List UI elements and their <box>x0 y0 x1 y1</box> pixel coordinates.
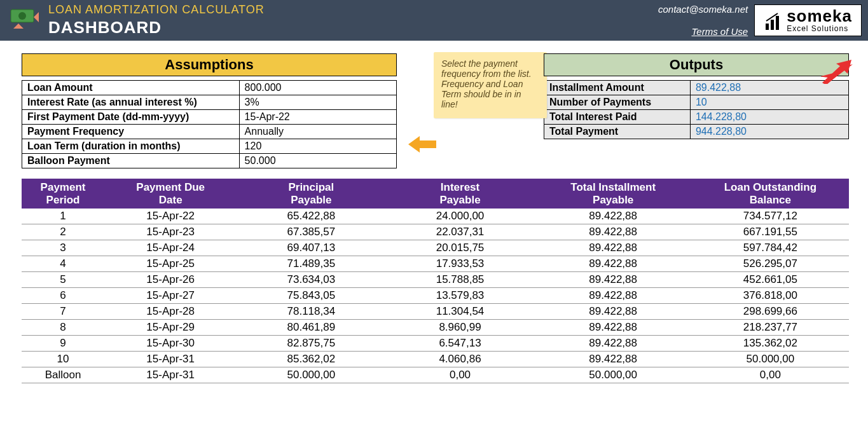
col-header-interest: InterestPayable <box>385 179 534 209</box>
help-note: Select the payment frequency from the li… <box>434 52 547 118</box>
svg-rect-3 <box>771 20 774 30</box>
assumptions-row: First Payment Date (dd-mm-yyyy)15-Apr-22 <box>22 110 397 125</box>
cell-period: 4 <box>22 256 104 272</box>
cell-interest: 20.015,75 <box>385 240 534 256</box>
assumption-value[interactable]: 3% <box>239 95 396 110</box>
logo-icon <box>764 10 782 32</box>
assumption-label: Payment Frequency <box>22 125 240 139</box>
cell-principal: 71.489,35 <box>237 256 385 272</box>
cell-balance: 0,00 <box>692 367 849 383</box>
cell-balance: 135.362,02 <box>692 336 849 352</box>
cell-date: 15-Apr-27 <box>104 288 237 304</box>
cell-interest: 15.788,85 <box>385 272 534 288</box>
cell-total: 89.422,88 <box>535 288 692 304</box>
cell-principal: 82.875,75 <box>237 336 385 352</box>
col-header-date: Payment DueDate <box>104 179 237 209</box>
cell-balance: 526.295,07 <box>692 256 849 272</box>
assumptions-row: Loan Amount800.000 <box>22 81 397 95</box>
assumptions-row: Loan Term (duration in months)120 <box>22 139 397 154</box>
cell-date: 15-Apr-31 <box>104 352 237 367</box>
outputs-row: Number of Payments10 <box>544 95 849 110</box>
output-value: 10 <box>690 95 848 110</box>
cell-period: 8 <box>22 320 104 336</box>
output-label: Number of Payments <box>544 95 691 110</box>
contact-email[interactable]: contact@someka.net <box>658 4 748 15</box>
outputs-panel: Outputs Installment Amount89.422,88Numbe… <box>544 53 849 139</box>
cell-period: 6 <box>22 288 104 304</box>
col-header-principal: PrincipalPayable <box>237 179 385 209</box>
cell-date: 15-Apr-24 <box>104 240 237 256</box>
schedule-row: 615-Apr-2775.843,0513.579,8389.422,88376… <box>22 288 849 304</box>
cell-total: 50.000,00 <box>535 367 692 383</box>
assumption-value[interactable]: 15-Apr-22 <box>239 110 396 125</box>
assumptions-row: Payment FrequencyAnnually <box>22 125 397 139</box>
schedule-row: 1015-Apr-3185.362,024.060,8689.422,8850.… <box>22 352 849 367</box>
cell-total: 89.422,88 <box>535 256 692 272</box>
arrow-red-icon <box>821 60 853 86</box>
cell-total: 89.422,88 <box>535 209 692 224</box>
assumption-label: Interest Rate (as annual interest %) <box>22 95 240 110</box>
cell-date: 15-Apr-23 <box>104 224 237 240</box>
assumption-label: Loan Term (duration in months) <box>22 139 240 154</box>
cell-period: 2 <box>22 224 104 240</box>
svg-point-1 <box>18 12 26 20</box>
arrow-left-icon <box>408 135 436 156</box>
cell-interest: 0,00 <box>385 367 534 383</box>
cell-date: 15-Apr-31 <box>104 367 237 383</box>
outputs-row: Installment Amount89.422,88 <box>544 81 849 95</box>
schedule-row: 815-Apr-2980.461,898.960,9989.422,88218.… <box>22 320 849 336</box>
cell-principal: 80.461,89 <box>237 320 385 336</box>
cell-period: 3 <box>22 240 104 256</box>
schedule-row: Balloon15-Apr-3150.000,000,0050.000,000,… <box>22 367 849 383</box>
schedule-panel: PaymentPeriod Payment DueDate PrincipalP… <box>22 179 849 383</box>
cell-period: 5 <box>22 272 104 288</box>
assumption-label: Loan Amount <box>22 81 240 95</box>
cell-balance: 734.577,12 <box>692 209 849 224</box>
svg-rect-2 <box>766 24 769 30</box>
money-icon <box>4 3 48 38</box>
logo-tagline: Excel Solutions <box>787 24 852 33</box>
cell-principal: 73.634,03 <box>237 272 385 288</box>
cell-principal: 67.385,57 <box>237 224 385 240</box>
cell-date: 15-Apr-29 <box>104 320 237 336</box>
app-title: LOAN AMORTIZATION CALCULATOR <box>48 3 658 17</box>
assumptions-table: Loan Amount800.000Interest Rate (as annu… <box>22 80 397 168</box>
assumption-value[interactable]: 50.000 <box>239 154 396 168</box>
cell-interest: 24.000,00 <box>385 209 534 224</box>
cell-period: Balloon <box>22 367 104 383</box>
cell-total: 89.422,88 <box>535 336 692 352</box>
terms-link[interactable]: Terms of Use <box>692 26 748 37</box>
cell-principal: 50.000,00 <box>237 367 385 383</box>
outputs-row: Total Payment944.228,80 <box>544 125 849 139</box>
cell-total: 89.422,88 <box>535 320 692 336</box>
cell-balance: 452.661,05 <box>692 272 849 288</box>
main-content: Assumptions Loan Amount800.000Interest R… <box>0 41 868 390</box>
assumption-label: Balloon Payment <box>22 154 240 168</box>
assumption-value[interactable]: 800.000 <box>239 81 396 95</box>
cell-principal: 85.362,02 <box>237 352 385 367</box>
schedule-row: 215-Apr-2367.385,5722.037,3189.422,88667… <box>22 224 849 240</box>
cell-principal: 65.422,88 <box>237 209 385 224</box>
logo-brand: someka <box>787 9 852 24</box>
output-value: 144.228,80 <box>690 110 848 125</box>
assumption-value[interactable]: 120 <box>239 139 396 154</box>
cell-date: 15-Apr-28 <box>104 304 237 320</box>
col-header-period: PaymentPeriod <box>22 179 104 209</box>
cell-principal: 78.118,34 <box>237 304 385 320</box>
cell-date: 15-Apr-22 <box>104 209 237 224</box>
cell-total: 89.422,88 <box>535 272 692 288</box>
cell-total: 89.422,88 <box>535 352 692 367</box>
assumption-label: First Payment Date (dd-mm-yyyy) <box>22 110 240 125</box>
cell-interest: 8.960,99 <box>385 320 534 336</box>
page-title: DASHBOARD <box>48 18 658 38</box>
output-label: Installment Amount <box>544 81 691 95</box>
cell-total: 89.422,88 <box>535 240 692 256</box>
assumption-value[interactable]: Annually <box>239 125 396 139</box>
cell-interest: 22.037,31 <box>385 224 534 240</box>
svg-rect-4 <box>776 16 779 30</box>
assumptions-title: Assumptions <box>22 53 397 76</box>
cell-balance: 597.784,42 <box>692 240 849 256</box>
cell-total: 89.422,88 <box>535 304 692 320</box>
schedule-table: PaymentPeriod Payment DueDate PrincipalP… <box>22 179 849 383</box>
cell-interest: 13.579,83 <box>385 288 534 304</box>
